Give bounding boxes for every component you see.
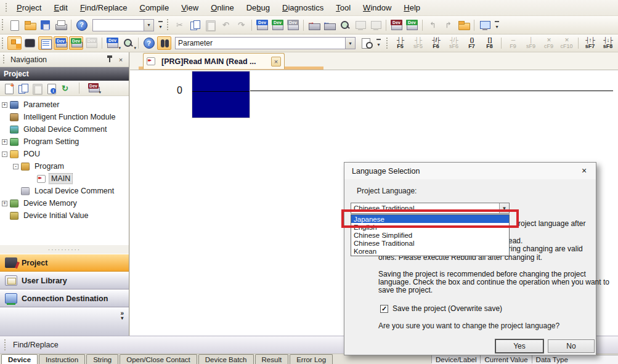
language-option[interactable]: Chinese Traditional xyxy=(351,240,509,248)
open-header-search-icon[interactable] xyxy=(359,36,373,50)
cut-icon[interactable]: ✂ xyxy=(173,18,187,32)
redo-icon[interactable]: ↷ xyxy=(234,18,248,32)
device-monitor-icon[interactable] xyxy=(270,18,285,32)
menu-item[interactable]: Window xyxy=(357,0,397,15)
help-icon[interactable]: ? xyxy=(142,36,156,50)
jump-source-icon[interactable]: ↰ xyxy=(426,18,440,32)
project-id-combobox[interactable]: ▾ xyxy=(92,19,154,31)
tree-item-intelligent-function-module[interactable]: Intelligent Function Module xyxy=(0,111,129,123)
close-icon[interactable]: × xyxy=(115,55,126,65)
help-icon[interactable]: ? xyxy=(75,18,89,32)
panel-splitter-handle[interactable]: ·········· xyxy=(0,245,129,254)
ladder-symbol-button[interactable]: ┤↑├ sF7 xyxy=(582,36,598,51)
copy-data-icon[interactable] xyxy=(16,82,29,94)
device-test-icon[interactable] xyxy=(84,36,99,50)
undo-icon[interactable]: ↶ xyxy=(219,18,233,32)
monitor-verify-icon[interactable] xyxy=(338,18,352,32)
menu-item[interactable]: Online xyxy=(205,0,240,15)
ladder-symbol-button[interactable]: ┤/├ F6 xyxy=(428,36,444,51)
tree-item-program[interactable]: - Program xyxy=(0,160,129,172)
chevron-down-icon[interactable]: ▾ xyxy=(345,38,355,49)
module-configuration-icon[interactable] xyxy=(23,36,37,50)
watch-column-header[interactable]: Data Type xyxy=(532,355,572,363)
toolbar-overflow-icon[interactable]: ▾ xyxy=(157,18,165,32)
language-option[interactable]: Chinese Simplified xyxy=(351,231,509,239)
device-display-icon[interactable] xyxy=(69,36,83,50)
tree-item-pou[interactable]: - POU xyxy=(0,148,129,160)
ladder-symbol-button[interactable]: ┤/├ sF6 xyxy=(445,36,462,51)
print-icon[interactable] xyxy=(54,18,68,32)
menu-item[interactable]: View xyxy=(175,0,205,15)
bottom-tab[interactable]: Instruction xyxy=(39,354,85,364)
tree-expander[interactable]: + xyxy=(2,102,7,108)
ladder-symbol-button[interactable]: ✕ cF9 xyxy=(540,36,557,51)
menu-item[interactable]: Debug xyxy=(240,0,276,15)
tree-item-device-initial-value[interactable]: Device Initial Value xyxy=(0,209,129,222)
ladder-symbol-button[interactable]: ─ F9 xyxy=(505,36,521,51)
nav-button-project[interactable]: Project xyxy=(0,254,129,272)
ladder-symbol-button[interactable]: ( ) F7 xyxy=(463,36,480,51)
close-icon[interactable]: × xyxy=(575,164,593,177)
paste-data-icon[interactable] xyxy=(30,82,43,94)
menu-item[interactable]: Edit xyxy=(47,0,73,15)
no-button[interactable]: No xyxy=(548,339,595,353)
tree-expander[interactable]: - xyxy=(2,152,7,157)
bottom-tab[interactable]: String xyxy=(86,354,118,364)
project-view-icon[interactable] xyxy=(7,36,22,50)
new-project-icon[interactable] xyxy=(7,18,22,32)
tree-item-global-device-comment[interactable]: Global Device Comment xyxy=(0,123,129,135)
menu-item[interactable]: Diagnostics xyxy=(276,0,330,15)
monitor-start-icon[interactable] xyxy=(353,18,367,32)
data-property-icon[interactable] xyxy=(44,82,57,94)
menu-item[interactable]: Tool xyxy=(330,0,357,15)
outline-view-icon[interactable] xyxy=(38,36,52,50)
open-project-icon[interactable] xyxy=(23,18,37,32)
tree-expander[interactable]: + xyxy=(2,201,7,206)
menu-item[interactable]: Project xyxy=(10,0,47,15)
device-comment-search-icon[interactable] xyxy=(255,18,269,32)
tree-item-main[interactable]: MAIN xyxy=(0,172,129,185)
menu-item[interactable]: Compile xyxy=(133,0,175,15)
ladder-cursor-cell[interactable] xyxy=(192,71,250,118)
tree-item-device-memory[interactable]: + Device Memory xyxy=(0,197,129,209)
save-project-checkbox[interactable]: ✓ xyxy=(380,305,388,313)
device-test-off-icon[interactable] xyxy=(405,18,419,32)
ladder-symbol-button[interactable]: ┤├ sF5 xyxy=(410,36,426,51)
ladder-symbol-button[interactable]: [ ] F8 xyxy=(481,36,498,51)
menu-item[interactable]: Find/Replace xyxy=(74,0,134,15)
device-batch-monitor-icon[interactable] xyxy=(286,18,300,32)
sort-filter-icon[interactable]: ▾ xyxy=(87,82,100,94)
monitor-stop-icon[interactable] xyxy=(368,18,383,32)
device-search-dropdown-icon[interactable]: ▾ xyxy=(121,36,135,50)
pin-icon[interactable] xyxy=(104,55,115,65)
write-to-plc-icon[interactable]: → xyxy=(307,18,321,32)
nav-button-connection-destination[interactable]: Connection Destination xyxy=(0,289,129,307)
find-icon[interactable] xyxy=(157,36,171,50)
language-option[interactable]: Korean xyxy=(351,248,509,256)
tree-item-parameter[interactable]: + Parameter xyxy=(0,99,129,111)
device-comment-display-icon[interactable] xyxy=(54,36,68,50)
save-project-icon[interactable] xyxy=(38,18,52,32)
comment-display-dropdown-icon[interactable]: ▾ xyxy=(105,36,120,50)
device-test-on-icon[interactable] xyxy=(389,18,404,32)
paste-icon[interactable] xyxy=(203,18,218,32)
ladder-symbol-button[interactable]: ✕ cF10 xyxy=(558,36,575,51)
document-tab-main[interactable]: [PRG]Read MAIN (Read ... × xyxy=(143,53,285,69)
chevron-down-icon[interactable]: ▾ xyxy=(144,20,153,31)
bottom-tab[interactable]: Device xyxy=(1,354,38,364)
new-data-icon[interactable] xyxy=(2,82,15,94)
tree-expander[interactable]: - xyxy=(13,164,18,169)
jump-destination-icon[interactable]: ↱ xyxy=(441,18,455,32)
toolbar-overflow-icon[interactable]: ▾ xyxy=(493,18,501,32)
data-name-combobox[interactable]: Parameter ▾ xyxy=(175,37,356,49)
ladder-symbol-button[interactable]: │ sF9 xyxy=(522,36,539,51)
tree-item-program-setting[interactable]: + Program Setting xyxy=(0,135,129,148)
tree-item-local-device-comment[interactable]: Local Device Comment xyxy=(0,185,129,197)
watch-column-header[interactable]: Current Value xyxy=(480,355,531,363)
ladder-symbol-button[interactable]: ┤↓├ sF8 xyxy=(600,36,616,51)
bottom-tab[interactable]: Error Log xyxy=(290,354,333,364)
nav-button-user-library[interactable]: User Library xyxy=(0,272,129,289)
yes-button[interactable]: Yes xyxy=(495,339,543,353)
bottom-tab[interactable]: Open/Close Contact xyxy=(120,354,197,364)
transfer-setup-icon[interactable] xyxy=(457,18,471,32)
